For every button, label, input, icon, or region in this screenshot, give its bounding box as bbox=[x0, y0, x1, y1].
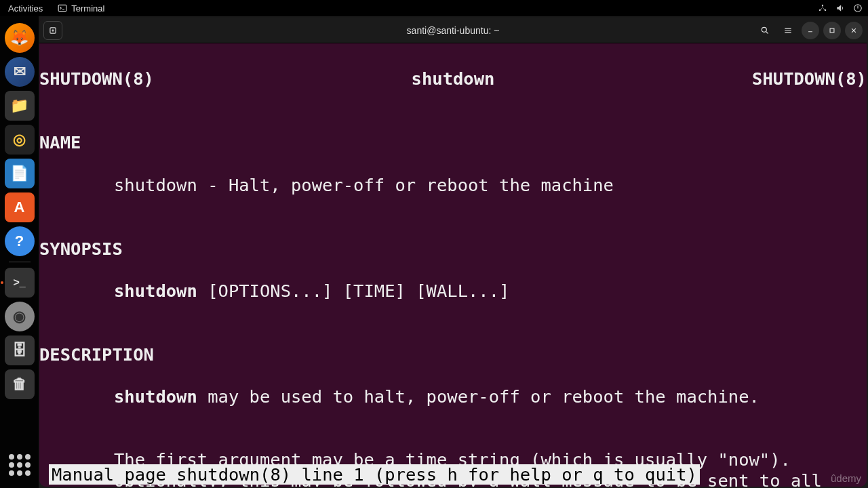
dock-terminal[interactable]: >_ bbox=[5, 268, 35, 298]
desc-p1-tail: may be used to halt, power-off or reboot… bbox=[197, 386, 760, 407]
dock-software[interactable]: A bbox=[5, 192, 35, 222]
svg-point-6 bbox=[762, 27, 766, 32]
files-icon: 📁 bbox=[10, 97, 28, 115]
current-app-indicator[interactable]: Terminal bbox=[58, 3, 104, 14]
new-tab-icon bbox=[48, 26, 58, 35]
dock-firefox[interactable]: 🦊 bbox=[5, 23, 35, 53]
sound-icon[interactable] bbox=[835, 3, 845, 13]
help-icon: ? bbox=[15, 232, 24, 250]
name-text: shutdown - Halt, power-off or reboot the… bbox=[39, 175, 867, 196]
document-icon: 📄 bbox=[10, 165, 28, 182]
activities-button[interactable]: Activities bbox=[5, 2, 45, 15]
terminal-window: santi@santi-ubuntu: ~ SHUTDOWN(8)shutdow… bbox=[39, 18, 867, 487]
speaker-icon: ◎ bbox=[13, 131, 26, 148]
svg-point-1 bbox=[822, 5, 823, 6]
menu-button[interactable] bbox=[778, 21, 797, 40]
app-label: Terminal bbox=[71, 3, 104, 14]
close-button[interactable] bbox=[845, 22, 863, 39]
minimize-button[interactable] bbox=[802, 22, 819, 39]
pager-status-wrapper: Manual page shutdown(8) line 1 (press h … bbox=[39, 464, 700, 485]
svg-rect-7 bbox=[830, 28, 834, 33]
terminal-icon bbox=[58, 3, 67, 13]
terminal-output[interactable]: SHUTDOWN(8)shutdownSHUTDOWN(8) NAME shut… bbox=[39, 43, 867, 487]
dock: 🦊 ✉ 📁 ◎ 📄 A ? >_ ◉ 🗄 🗑 bbox=[0, 16, 39, 488]
svg-rect-0 bbox=[58, 5, 66, 11]
dock-rhythmbox[interactable]: ◎ bbox=[5, 125, 35, 155]
terminal-icon: >_ bbox=[13, 277, 25, 289]
synopsis-args: [OPTIONS...] [TIME] [WALL...] bbox=[197, 281, 510, 301]
man-header: SHUTDOWN(8)shutdownSHUTDOWN(8) bbox=[39, 64, 867, 89]
man-header-left: SHUTDOWN(8) bbox=[39, 68, 154, 89]
topbar-left: Activities Terminal bbox=[5, 2, 104, 15]
man-header-right: SHUTDOWN(8) bbox=[752, 68, 867, 89]
power-icon[interactable] bbox=[853, 3, 863, 13]
desc-p1: shutdown may be used to halt, power-off … bbox=[39, 386, 867, 407]
dock-separator bbox=[9, 262, 31, 262]
dock-disk[interactable]: ◉ bbox=[5, 302, 35, 331]
firefox-icon: 🦊 bbox=[10, 29, 28, 47]
dock-thunderbird[interactable]: ✉ bbox=[5, 57, 35, 87]
section-name: NAME bbox=[39, 132, 867, 153]
dock-drive[interactable]: 🗄 bbox=[5, 336, 35, 365]
desc-cmd: shutdown bbox=[114, 386, 197, 407]
man-header-center: shutdown bbox=[412, 68, 495, 89]
search-icon bbox=[760, 26, 770, 35]
dock-trash[interactable]: 🗑 bbox=[5, 369, 35, 399]
drive-icon: 🗄 bbox=[12, 342, 27, 359]
shopping-bag-icon: A bbox=[14, 199, 25, 216]
hamburger-icon bbox=[783, 26, 793, 35]
disk-icon: ◉ bbox=[13, 308, 26, 325]
network-icon[interactable] bbox=[818, 3, 827, 13]
trash-icon: 🗑 bbox=[12, 375, 27, 393]
topbar-right bbox=[818, 3, 863, 13]
dock-show-applications[interactable] bbox=[5, 450, 35, 480]
synopsis-text: shutdown [OPTIONS...] [TIME] [WALL...] bbox=[39, 281, 867, 302]
dock-help[interactable]: ? bbox=[5, 226, 35, 256]
grid-dot-icon bbox=[9, 454, 14, 460]
synopsis-cmd: shutdown bbox=[114, 281, 197, 301]
search-button[interactable] bbox=[755, 21, 774, 40]
dock-libreoffice[interactable]: 📄 bbox=[5, 159, 35, 188]
window-title: santi@santi-ubuntu: ~ bbox=[407, 25, 500, 36]
minimize-icon bbox=[806, 26, 815, 35]
close-icon bbox=[849, 26, 859, 35]
maximize-icon bbox=[827, 26, 837, 35]
section-description: DESCRIPTION bbox=[39, 344, 867, 365]
dock-files[interactable]: 📁 bbox=[5, 91, 35, 121]
pager-status: Manual page shutdown(8) line 1 (press h … bbox=[49, 464, 700, 485]
section-synopsis: SYNOPSIS bbox=[39, 239, 867, 260]
maximize-button[interactable] bbox=[823, 22, 841, 39]
gnome-topbar: Activities Terminal bbox=[0, 0, 868, 16]
thunderbird-icon: ✉ bbox=[14, 63, 26, 81]
new-tab-button[interactable] bbox=[43, 21, 62, 40]
window-titlebar: santi@santi-ubuntu: ~ bbox=[39, 18, 867, 43]
